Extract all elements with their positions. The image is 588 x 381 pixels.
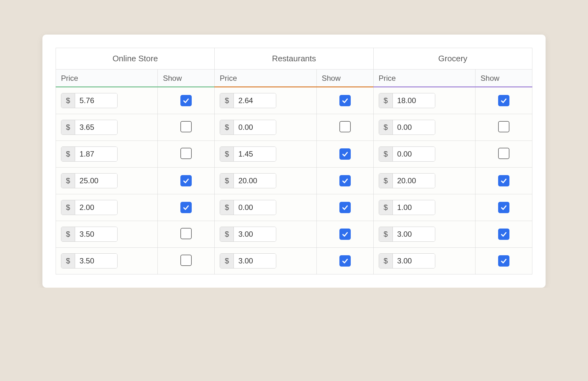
price-input[interactable] <box>234 93 276 108</box>
check-icon <box>182 177 190 185</box>
show-checkbox[interactable] <box>180 148 192 159</box>
price-input-wrapper: $ <box>379 93 435 108</box>
show-checkbox[interactable] <box>339 255 351 267</box>
table-row: $$$ <box>56 248 532 274</box>
price-cell: $ <box>215 194 316 221</box>
price-input-wrapper: $ <box>379 253 435 268</box>
show-checkbox[interactable] <box>339 148 351 160</box>
check-icon <box>341 230 349 238</box>
currency-prefix: $ <box>61 254 75 268</box>
price-input[interactable] <box>75 174 117 188</box>
price-input-wrapper: $ <box>61 93 118 108</box>
group-header-row: Online Store Restaurants Grocery <box>56 48 532 69</box>
currency-prefix: $ <box>379 200 393 215</box>
show-checkbox[interactable] <box>498 255 509 267</box>
price-input[interactable] <box>75 147 117 161</box>
show-checkbox[interactable] <box>339 175 351 186</box>
currency-prefix: $ <box>220 174 234 188</box>
show-cell <box>158 221 215 248</box>
show-checkbox[interactable] <box>180 121 192 132</box>
price-input-wrapper: $ <box>220 200 276 215</box>
price-input[interactable] <box>75 200 117 215</box>
show-checkbox[interactable] <box>180 95 192 106</box>
price-input-wrapper: $ <box>220 227 276 242</box>
price-cell: $ <box>373 141 475 168</box>
price-input[interactable] <box>234 174 276 188</box>
check-icon <box>341 204 349 211</box>
price-input[interactable] <box>234 147 276 161</box>
currency-prefix: $ <box>61 120 75 135</box>
check-icon <box>500 177 508 185</box>
price-input[interactable] <box>393 200 435 215</box>
price-input-wrapper: $ <box>379 173 435 188</box>
price-cell: $ <box>56 87 158 114</box>
price-input-wrapper: $ <box>61 253 118 268</box>
show-checkbox[interactable] <box>498 121 509 132</box>
show-cell <box>475 87 532 114</box>
price-cell: $ <box>56 141 158 168</box>
currency-prefix: $ <box>220 93 234 108</box>
price-cell: $ <box>56 221 158 248</box>
price-input-wrapper: $ <box>61 120 118 135</box>
price-input[interactable] <box>393 147 435 161</box>
price-input[interactable] <box>393 120 435 135</box>
price-input[interactable] <box>393 93 435 108</box>
price-input[interactable] <box>75 93 117 108</box>
price-input[interactable] <box>75 254 117 268</box>
table-row: $$$ <box>56 87 532 114</box>
price-input[interactable] <box>234 120 276 135</box>
currency-prefix: $ <box>379 93 393 108</box>
show-cell <box>316 248 373 274</box>
check-icon <box>341 177 349 185</box>
check-icon <box>500 230 508 238</box>
currency-prefix: $ <box>61 227 75 241</box>
price-input[interactable] <box>234 227 276 241</box>
show-cell <box>316 221 373 248</box>
price-cell: $ <box>215 248 316 274</box>
price-input[interactable] <box>75 120 117 135</box>
price-input[interactable] <box>234 200 276 215</box>
price-input-wrapper: $ <box>61 146 118 162</box>
currency-prefix: $ <box>220 254 234 268</box>
price-input-wrapper: $ <box>61 173 118 188</box>
price-cell: $ <box>373 114 475 141</box>
check-icon <box>182 97 190 104</box>
check-icon <box>500 257 508 265</box>
show-checkbox[interactable] <box>498 229 509 240</box>
price-input[interactable] <box>234 254 276 268</box>
show-checkbox[interactable] <box>498 148 509 159</box>
show-checkbox[interactable] <box>498 95 509 106</box>
price-cell: $ <box>215 221 316 248</box>
show-cell <box>475 248 532 274</box>
price-input[interactable] <box>393 227 435 241</box>
show-checkbox[interactable] <box>180 202 192 213</box>
show-checkbox[interactable] <box>339 95 351 106</box>
show-checkbox[interactable] <box>339 229 351 240</box>
show-checkbox[interactable] <box>180 228 192 239</box>
show-cell <box>316 114 373 141</box>
price-input-wrapper: $ <box>379 120 435 135</box>
show-checkbox[interactable] <box>498 175 509 186</box>
check-icon <box>500 204 508 211</box>
price-input-wrapper: $ <box>220 120 276 135</box>
price-cell: $ <box>56 114 158 141</box>
show-checkbox[interactable] <box>339 121 351 132</box>
show-checkbox[interactable] <box>339 202 351 213</box>
currency-prefix: $ <box>220 147 234 161</box>
price-input[interactable] <box>75 227 117 241</box>
currency-prefix: $ <box>220 120 234 135</box>
price-input-wrapper: $ <box>220 253 276 268</box>
price-cell: $ <box>373 168 475 194</box>
column-group-restaurants: Restaurants <box>215 48 373 69</box>
show-checkbox[interactable] <box>180 255 192 266</box>
show-checkbox[interactable] <box>180 175 192 186</box>
show-checkbox[interactable] <box>498 202 509 213</box>
price-input-wrapper: $ <box>220 93 276 108</box>
pricing-table: Online Store Restaurants Grocery Price S… <box>56 48 532 274</box>
currency-prefix: $ <box>220 227 234 241</box>
price-input[interactable] <box>393 254 435 268</box>
price-input[interactable] <box>393 174 435 188</box>
check-icon <box>341 97 349 104</box>
price-cell: $ <box>215 114 316 141</box>
price-input-wrapper: $ <box>379 200 435 215</box>
